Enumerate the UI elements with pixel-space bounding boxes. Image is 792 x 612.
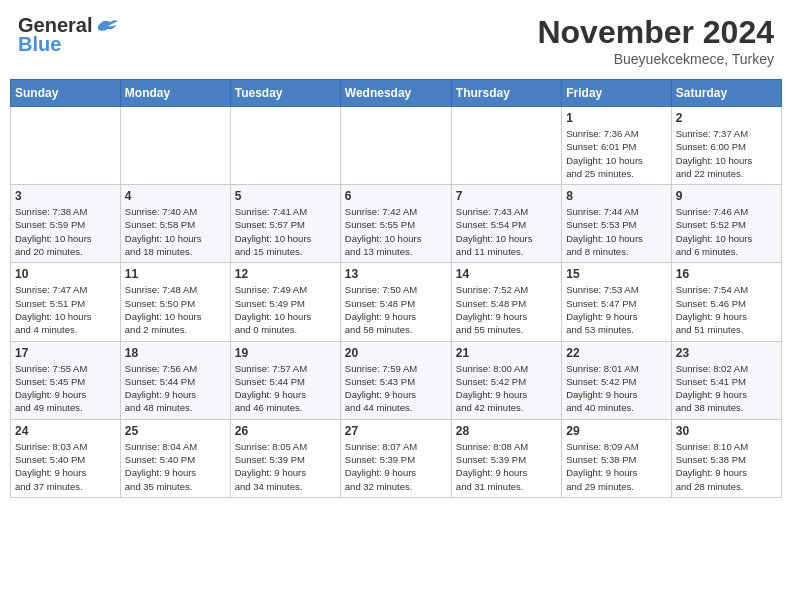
calendar-cell: 10Sunrise: 7:47 AM Sunset: 5:51 PM Dayli… — [11, 263, 121, 341]
calendar-header-row: SundayMondayTuesdayWednesdayThursdayFrid… — [11, 80, 782, 107]
day-number: 18 — [125, 346, 226, 360]
calendar-cell: 14Sunrise: 7:52 AM Sunset: 5:48 PM Dayli… — [451, 263, 561, 341]
day-number: 2 — [676, 111, 777, 125]
day-number: 1 — [566, 111, 666, 125]
calendar-cell: 11Sunrise: 7:48 AM Sunset: 5:50 PM Dayli… — [120, 263, 230, 341]
day-number: 8 — [566, 189, 666, 203]
calendar-cell: 22Sunrise: 8:01 AM Sunset: 5:42 PM Dayli… — [562, 341, 671, 419]
day-info: Sunrise: 7:54 AM Sunset: 5:46 PM Dayligh… — [676, 283, 777, 336]
weekday-header: Friday — [562, 80, 671, 107]
calendar-week-row: 1Sunrise: 7:36 AM Sunset: 6:01 PM Daylig… — [11, 107, 782, 185]
day-number: 21 — [456, 346, 557, 360]
month-title: November 2024 — [537, 14, 774, 51]
day-info: Sunrise: 7:57 AM Sunset: 5:44 PM Dayligh… — [235, 362, 336, 415]
day-number: 16 — [676, 267, 777, 281]
calendar-cell: 29Sunrise: 8:09 AM Sunset: 5:38 PM Dayli… — [562, 419, 671, 497]
day-number: 17 — [15, 346, 116, 360]
calendar-cell: 23Sunrise: 8:02 AM Sunset: 5:41 PM Dayli… — [671, 341, 781, 419]
calendar-cell: 18Sunrise: 7:56 AM Sunset: 5:44 PM Dayli… — [120, 341, 230, 419]
day-number: 6 — [345, 189, 447, 203]
calendar-cell: 13Sunrise: 7:50 AM Sunset: 5:48 PM Dayli… — [340, 263, 451, 341]
day-info: Sunrise: 8:10 AM Sunset: 5:38 PM Dayligh… — [676, 440, 777, 493]
day-info: Sunrise: 7:49 AM Sunset: 5:49 PM Dayligh… — [235, 283, 336, 336]
day-info: Sunrise: 7:46 AM Sunset: 5:52 PM Dayligh… — [676, 205, 777, 258]
calendar-table: SundayMondayTuesdayWednesdayThursdayFrid… — [10, 79, 782, 498]
day-number: 24 — [15, 424, 116, 438]
day-info: Sunrise: 7:48 AM Sunset: 5:50 PM Dayligh… — [125, 283, 226, 336]
calendar-cell: 21Sunrise: 8:00 AM Sunset: 5:42 PM Dayli… — [451, 341, 561, 419]
day-info: Sunrise: 8:08 AM Sunset: 5:39 PM Dayligh… — [456, 440, 557, 493]
day-number: 29 — [566, 424, 666, 438]
calendar-cell: 15Sunrise: 7:53 AM Sunset: 5:47 PM Dayli… — [562, 263, 671, 341]
day-number: 7 — [456, 189, 557, 203]
calendar-week-row: 10Sunrise: 7:47 AM Sunset: 5:51 PM Dayli… — [11, 263, 782, 341]
calendar-cell: 19Sunrise: 7:57 AM Sunset: 5:44 PM Dayli… — [230, 341, 340, 419]
day-info: Sunrise: 7:53 AM Sunset: 5:47 PM Dayligh… — [566, 283, 666, 336]
day-info: Sunrise: 7:42 AM Sunset: 5:55 PM Dayligh… — [345, 205, 447, 258]
day-number: 20 — [345, 346, 447, 360]
calendar-cell: 3Sunrise: 7:38 AM Sunset: 5:59 PM Daylig… — [11, 185, 121, 263]
calendar-cell — [340, 107, 451, 185]
day-number: 25 — [125, 424, 226, 438]
logo: General Blue — [18, 14, 118, 56]
weekday-header: Wednesday — [340, 80, 451, 107]
logo-blue: Blue — [18, 33, 61, 56]
weekday-header: Sunday — [11, 80, 121, 107]
weekday-header: Monday — [120, 80, 230, 107]
calendar-cell: 30Sunrise: 8:10 AM Sunset: 5:38 PM Dayli… — [671, 419, 781, 497]
day-info: Sunrise: 7:40 AM Sunset: 5:58 PM Dayligh… — [125, 205, 226, 258]
day-info: Sunrise: 7:59 AM Sunset: 5:43 PM Dayligh… — [345, 362, 447, 415]
day-info: Sunrise: 8:07 AM Sunset: 5:39 PM Dayligh… — [345, 440, 447, 493]
day-number: 10 — [15, 267, 116, 281]
title-block: November 2024 Bueyuekcekmece, Turkey — [537, 14, 774, 67]
day-number: 4 — [125, 189, 226, 203]
day-number: 14 — [456, 267, 557, 281]
day-number: 30 — [676, 424, 777, 438]
day-info: Sunrise: 7:37 AM Sunset: 6:00 PM Dayligh… — [676, 127, 777, 180]
day-info: Sunrise: 7:56 AM Sunset: 5:44 PM Dayligh… — [125, 362, 226, 415]
calendar-cell: 28Sunrise: 8:08 AM Sunset: 5:39 PM Dayli… — [451, 419, 561, 497]
day-number: 3 — [15, 189, 116, 203]
day-number: 27 — [345, 424, 447, 438]
day-info: Sunrise: 7:36 AM Sunset: 6:01 PM Dayligh… — [566, 127, 666, 180]
day-info: Sunrise: 7:44 AM Sunset: 5:53 PM Dayligh… — [566, 205, 666, 258]
day-info: Sunrise: 8:04 AM Sunset: 5:40 PM Dayligh… — [125, 440, 226, 493]
weekday-header: Thursday — [451, 80, 561, 107]
day-number: 26 — [235, 424, 336, 438]
day-number: 9 — [676, 189, 777, 203]
day-number: 23 — [676, 346, 777, 360]
day-info: Sunrise: 7:38 AM Sunset: 5:59 PM Dayligh… — [15, 205, 116, 258]
day-info: Sunrise: 8:01 AM Sunset: 5:42 PM Dayligh… — [566, 362, 666, 415]
day-info: Sunrise: 8:09 AM Sunset: 5:38 PM Dayligh… — [566, 440, 666, 493]
location-subtitle: Bueyuekcekmece, Turkey — [537, 51, 774, 67]
day-info: Sunrise: 8:05 AM Sunset: 5:39 PM Dayligh… — [235, 440, 336, 493]
calendar-cell: 8Sunrise: 7:44 AM Sunset: 5:53 PM Daylig… — [562, 185, 671, 263]
calendar-week-row: 3Sunrise: 7:38 AM Sunset: 5:59 PM Daylig… — [11, 185, 782, 263]
calendar-cell: 12Sunrise: 7:49 AM Sunset: 5:49 PM Dayli… — [230, 263, 340, 341]
calendar-cell: 16Sunrise: 7:54 AM Sunset: 5:46 PM Dayli… — [671, 263, 781, 341]
calendar-cell: 20Sunrise: 7:59 AM Sunset: 5:43 PM Dayli… — [340, 341, 451, 419]
day-number: 5 — [235, 189, 336, 203]
day-number: 19 — [235, 346, 336, 360]
calendar-cell: 24Sunrise: 8:03 AM Sunset: 5:40 PM Dayli… — [11, 419, 121, 497]
day-number: 11 — [125, 267, 226, 281]
day-info: Sunrise: 8:00 AM Sunset: 5:42 PM Dayligh… — [456, 362, 557, 415]
calendar-cell: 27Sunrise: 8:07 AM Sunset: 5:39 PM Dayli… — [340, 419, 451, 497]
page-header: General Blue November 2024 Bueyuekcekmec… — [10, 10, 782, 71]
calendar-cell: 17Sunrise: 7:55 AM Sunset: 5:45 PM Dayli… — [11, 341, 121, 419]
calendar-cell — [120, 107, 230, 185]
calendar-cell: 7Sunrise: 7:43 AM Sunset: 5:54 PM Daylig… — [451, 185, 561, 263]
day-number: 22 — [566, 346, 666, 360]
day-info: Sunrise: 7:47 AM Sunset: 5:51 PM Dayligh… — [15, 283, 116, 336]
weekday-header: Saturday — [671, 80, 781, 107]
calendar-week-row: 24Sunrise: 8:03 AM Sunset: 5:40 PM Dayli… — [11, 419, 782, 497]
day-info: Sunrise: 7:43 AM Sunset: 5:54 PM Dayligh… — [456, 205, 557, 258]
calendar-cell: 6Sunrise: 7:42 AM Sunset: 5:55 PM Daylig… — [340, 185, 451, 263]
day-number: 15 — [566, 267, 666, 281]
calendar-cell: 2Sunrise: 7:37 AM Sunset: 6:00 PM Daylig… — [671, 107, 781, 185]
calendar-cell — [230, 107, 340, 185]
calendar-cell: 1Sunrise: 7:36 AM Sunset: 6:01 PM Daylig… — [562, 107, 671, 185]
calendar-cell — [11, 107, 121, 185]
day-number: 13 — [345, 267, 447, 281]
calendar-cell: 4Sunrise: 7:40 AM Sunset: 5:58 PM Daylig… — [120, 185, 230, 263]
